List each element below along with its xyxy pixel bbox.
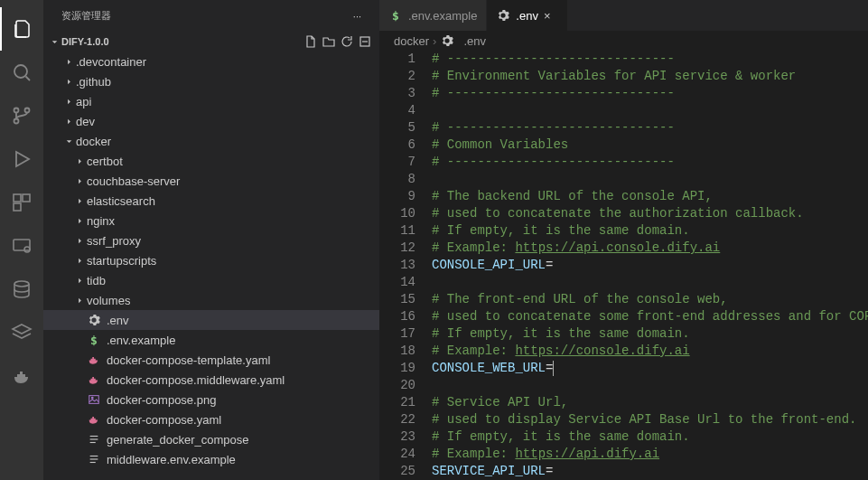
project-actions — [303, 34, 379, 49]
code-line[interactable]: # used to display Service API Base Url t… — [432, 411, 868, 428]
docker-activity[interactable] — [0, 354, 43, 398]
folder-row[interactable]: api — [43, 91, 379, 111]
code-line[interactable]: # Example: https://api.console.dify.ai — [432, 240, 868, 257]
stack-activity[interactable] — [0, 311, 43, 354]
explorer-activity[interactable] — [0, 7, 43, 51]
folder-row[interactable]: ssrf_proxy — [43, 231, 379, 250]
code-line[interactable]: # If empty, it is the same domain. — [432, 325, 868, 343]
file-row[interactable]: docker-compose.middleware.yaml — [43, 370, 379, 390]
code-line[interactable] — [432, 377, 868, 394]
code-line[interactable]: # The backend URL of the console API, — [432, 188, 868, 205]
code-area[interactable]: # ------------------------------# Enviro… — [432, 51, 868, 480]
folder-row[interactable]: .github — [43, 71, 379, 91]
extensions-activity[interactable] — [0, 181, 43, 224]
chevron-right-icon — [61, 54, 76, 69]
refresh-icon[interactable] — [340, 34, 354, 49]
file-row[interactable]: .env — [43, 310, 379, 330]
chevron-down-icon — [47, 34, 61, 49]
new-folder-icon[interactable] — [322, 34, 336, 49]
database-activity[interactable] — [0, 268, 43, 311]
chevron-right-icon — [72, 193, 87, 208]
file-row[interactable]: generate_docker_compose — [43, 429, 379, 449]
chevron-right-icon — [61, 114, 76, 128]
search-icon — [11, 61, 33, 83]
tree-item-label: docker — [76, 135, 111, 148]
folder-row[interactable]: docker — [43, 131, 379, 151]
svg-marker-5 — [16, 152, 29, 166]
folder-row[interactable]: volumes — [43, 290, 379, 310]
chevron-down-icon — [61, 134, 76, 148]
code-line[interactable]: # The front-end URL of the console web, — [432, 291, 868, 308]
code-line[interactable]: CONSOLE_WEB_URL= — [432, 360, 868, 377]
gear-icon — [440, 33, 454, 48]
tab-bar: $.env.example.env× — [379, 0, 868, 31]
file-row[interactable]: docker-compose.yaml — [43, 409, 379, 429]
folder-row[interactable]: dev — [43, 111, 379, 131]
line-numbers: 1234567891011121314151617181920212223242… — [379, 51, 432, 480]
code-line[interactable]: # ------------------------------ — [432, 51, 868, 68]
file-row[interactable]: docker-compose.png — [43, 390, 379, 409]
breadcrumb-part[interactable]: docker — [394, 34, 429, 48]
code-line[interactable]: # Example: https://console.dify.ai — [432, 343, 868, 360]
new-file-icon[interactable] — [303, 34, 318, 49]
code-line[interactable]: # If empty, it is the same domain. — [432, 428, 868, 446]
code-line[interactable]: # used to concatenate some front-end add… — [432, 308, 868, 325]
folder-row[interactable]: elasticsearch — [43, 191, 379, 211]
file-row[interactable]: middleware.env.example — [43, 449, 379, 469]
chevron-right-icon — [72, 213, 87, 228]
folder-row[interactable]: nginx — [43, 211, 379, 231]
whale-icon — [87, 412, 101, 427]
folder-row[interactable]: .devcontainer — [43, 52, 379, 71]
project-header[interactable]: DIFY-1.0.0 — [43, 32, 379, 52]
search-activity[interactable] — [0, 51, 43, 94]
breadcrumbs[interactable]: docker › .env — [379, 31, 868, 51]
file-row[interactable]: $.env.example — [43, 330, 379, 350]
code-line[interactable]: # Example: https://api.dify.ai — [432, 446, 868, 463]
code-line[interactable]: SERVICE_API_URL= — [432, 463, 868, 480]
code-line[interactable]: # ------------------------------ — [432, 154, 868, 171]
folder-row[interactable]: couchbase-server — [43, 171, 379, 191]
code-line[interactable] — [432, 171, 868, 188]
chevron-right-icon — [61, 94, 76, 108]
run-debug-activity[interactable] — [0, 137, 43, 181]
code-line[interactable]: # Service API Url, — [432, 394, 868, 411]
sidebar-more-button[interactable]: ··· — [353, 11, 361, 22]
code-line[interactable]: # ------------------------------ — [432, 85, 868, 102]
folder-row[interactable]: startupscripts — [43, 250, 379, 270]
tree-item-label: generate_docker_compose — [107, 433, 249, 447]
breadcrumb-part[interactable]: .env — [463, 34, 486, 48]
stack-icon — [11, 322, 33, 344]
remote-icon — [11, 235, 33, 257]
file-row[interactable]: docker-compose-template.yaml — [43, 350, 379, 370]
folder-row[interactable]: certbot — [43, 151, 379, 171]
code-line[interactable]: # Environment Variables for API service … — [432, 68, 868, 85]
svg-marker-12 — [13, 325, 31, 334]
chevron-right-icon — [72, 273, 87, 287]
remote-activity[interactable] — [0, 224, 43, 268]
code-line[interactable]: # ------------------------------ — [432, 119, 868, 136]
lines-icon — [87, 452, 101, 466]
play-icon — [11, 148, 33, 170]
tree-item-label: middleware.env.example — [107, 453, 236, 466]
code-line[interactable] — [432, 102, 868, 119]
source-control-activity[interactable] — [0, 94, 43, 137]
code-line[interactable]: # used to concatenate the authorization … — [432, 205, 868, 222]
editor-area: $.env.example.env× docker › .env 1234567… — [379, 0, 868, 480]
close-icon[interactable]: × — [544, 9, 558, 23]
whale-icon — [87, 353, 101, 367]
code-line[interactable]: # Common Variables — [432, 136, 868, 154]
chevron-right-icon — [72, 233, 87, 248]
editor-tab[interactable]: $.env.example — [379, 0, 487, 31]
folder-row[interactable]: tidb — [43, 270, 379, 290]
svg-point-0 — [14, 65, 27, 78]
code-line[interactable] — [432, 274, 868, 291]
editor-tab[interactable]: .env× — [487, 0, 568, 31]
tree-item-label: .devcontainer — [76, 55, 146, 69]
gear-icon — [496, 8, 510, 23]
chevron-right-icon: › — [433, 34, 436, 48]
code-line[interactable]: # If empty, it is the same domain. — [432, 222, 868, 240]
collapse-icon[interactable] — [358, 34, 372, 49]
gear-icon — [87, 313, 101, 327]
code-line[interactable]: CONSOLE_API_URL= — [432, 257, 868, 274]
editor-content[interactable]: 1234567891011121314151617181920212223242… — [379, 51, 868, 480]
